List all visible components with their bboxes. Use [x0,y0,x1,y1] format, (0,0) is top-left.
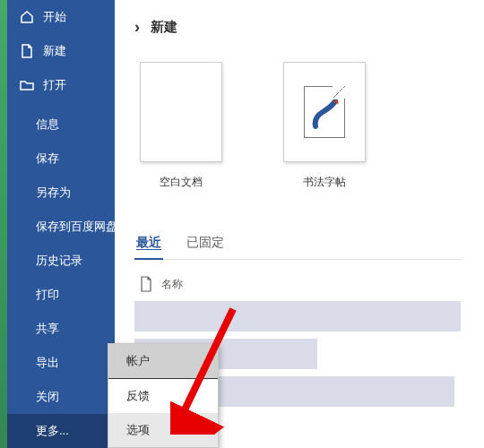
column-name: 名称 [161,277,183,292]
popup-item-feedback[interactable]: 反馈 [108,379,218,413]
sidebar-label: 开始 [43,9,66,25]
sidebar-item-share[interactable]: 共享 [7,312,115,346]
sidebar-item-info[interactable]: 信息 [7,108,115,142]
sidebar-item-start[interactable]: 开始 [7,0,115,34]
list-item[interactable] [134,301,461,332]
tab-pinned[interactable]: 已固定 [185,235,226,259]
sidebar-item-history[interactable]: 历史记录 [7,244,115,278]
sidebar-label: 新建 [43,43,66,59]
sidebar-item-save-as[interactable]: 另存为 [7,176,115,210]
sidebar-label: 更多... [36,423,69,439]
sidebar-item-open[interactable]: 打开 [7,68,115,102]
popup-item-options[interactable]: 选项 [108,413,218,447]
sidebar-label: 关闭 [36,389,59,405]
sidebar-label: 保存 [36,151,59,167]
new-document-icon [20,44,34,58]
template-calligraphy[interactable]: 书法字帖 [283,62,366,190]
sidebar-item-export[interactable]: 导出 [7,346,115,380]
tab-recent[interactable]: 最近 [134,235,163,260]
template-blank-thumb [140,62,222,162]
template-blank[interactable]: 空白文档 [140,62,222,190]
sidebar-item-save-baidu[interactable]: 保存到百度网盘 [7,210,115,244]
page-title-row: › 新建 [134,18,461,37]
sidebar-label: 保存到百度网盘 [36,219,117,235]
chevron-right-icon: › [134,18,140,37]
sidebar-label: 打开 [43,77,66,93]
sidebar-item-save[interactable]: 保存 [7,142,115,176]
template-calligraphy-thumb [283,62,366,162]
sidebar-label: 历史记录 [36,253,82,269]
sidebar-item-more[interactable]: 更多... [7,414,115,448]
window-edge [0,0,7,448]
sidebar-label: 共享 [36,321,59,337]
template-gallery: 空白文档 书法字帖 [140,62,461,190]
folder-open-icon [20,78,34,92]
sidebar-label: 打印 [36,287,59,303]
more-popup: 帐户 反馈 选项 [108,343,219,448]
sidebar-item-print[interactable]: 打印 [7,278,115,312]
sidebar-label: 信息 [36,116,59,133]
template-label: 书法字帖 [303,175,346,190]
recent-tabs: 最近 已固定 [134,235,461,260]
sidebar-item-new[interactable]: 新建 [7,34,115,68]
document-icon [140,276,152,292]
sidebar-label: 导出 [36,355,59,371]
sidebar-item-close[interactable]: 关闭 [7,380,115,414]
sidebar-label: 另存为 [36,185,71,201]
home-icon [20,10,34,24]
page-title: 新建 [151,19,177,36]
list-header: 名称 [134,271,461,301]
backstage-sidebar: 开始 新建 打开 信息 保存 另存为 保存到百度网盘 历史记录 [7,0,115,448]
template-label: 空白文档 [160,175,203,190]
popup-item-account[interactable]: 帐户 [108,344,218,379]
brush-icon [312,99,339,130]
